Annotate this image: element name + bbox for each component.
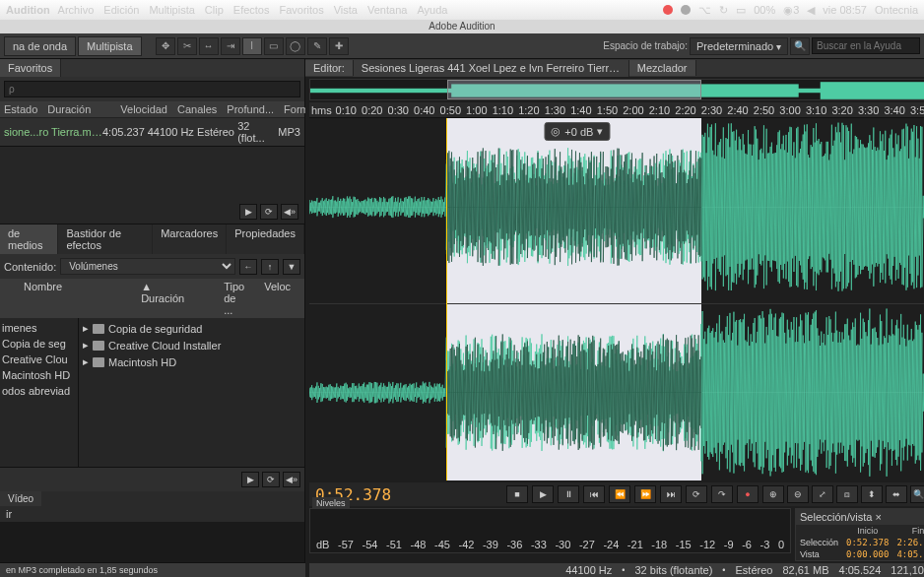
status-dot-icon [663, 5, 673, 15]
time-ruler[interactable]: hms 0:10 0:20 0:30 0:40 0:50 1:00 1:10 1… [309, 102, 924, 118]
waveform-editor[interactable]: ◎ +0 dB ▾ [309, 118, 924, 481]
selection-view-panel: Selección/vista × InicioFinDuración Sele… [795, 508, 924, 561]
content-select[interactable]: Volúmenes [60, 258, 235, 275]
eye-icon[interactable]: ◉3 [783, 4, 799, 17]
menu-favoritos[interactable]: Favoritos [279, 4, 323, 16]
tab-favoritos[interactable]: Favoritos [0, 59, 61, 77]
main-toolbar: na de onda Multipista ✥ ✂ ↔ ⇥ I ▭ ◯ ✎ ✚ … [0, 33, 924, 59]
menu-ventana[interactable]: Ventana [367, 4, 407, 16]
levels-meter: Niveles dB-57-54-51-48-45-42-39-36-33-30… [309, 508, 791, 553]
status-bar: en MP3 completado en 1,85 segundos [0, 562, 305, 577]
rewind-button[interactable]: ⏪ [609, 485, 630, 503]
left-panel: Favoritos Estado Duración Velocidad Cana… [0, 59, 305, 577]
overview-waveform[interactable] [309, 79, 924, 100]
sync-icon[interactable]: ↻ [719, 4, 728, 17]
gain-knob-icon: ◎ [551, 125, 561, 138]
media-item[interactable]: ▸ Copia de seguridad [81, 320, 302, 337]
nav-back-icon[interactable]: ← [239, 259, 257, 275]
menu-ayuda[interactable]: Ayuda [417, 4, 447, 16]
menubar-user[interactable]: Ontecnia [875, 4, 918, 16]
file-list-header: Estado Duración Velocidad Canales Profun… [0, 101, 304, 118]
files-search-input[interactable] [4, 81, 300, 97]
zoom-in-button[interactable]: 🔍+ [910, 485, 924, 503]
view-end[interactable]: 4:05.237 [892, 548, 924, 560]
tab-mixer[interactable]: Mezclador [629, 60, 696, 76]
sel-start[interactable]: 0:52.378 [842, 537, 892, 548]
tool-brush-icon[interactable]: ✎ [307, 37, 327, 55]
folder-icon [93, 357, 104, 367]
menubar-clock[interactable]: vie 08:57 [823, 4, 867, 16]
loop-button[interactable]: ⟳ [686, 485, 707, 503]
menu-edicion[interactable]: Edición [103, 4, 139, 16]
tool-heal-icon[interactable]: ✚ [329, 37, 349, 55]
menu-vista[interactable]: Vista [334, 4, 358, 16]
folder-icon [93, 324, 104, 334]
nav-up-icon[interactable]: ↑ [261, 259, 279, 275]
mini-loop-icon[interactable]: ⟳ [260, 204, 278, 220]
gain-hud[interactable]: ◎ +0 dB ▾ [544, 122, 610, 141]
zoom-out-v-icon[interactable]: ⬌ [886, 485, 907, 503]
search-icon[interactable]: 🔍 [790, 37, 810, 55]
skip-button[interactable]: ↷ [711, 485, 733, 503]
mini-autoplay-icon[interactable]: ◀» [281, 204, 298, 220]
tab-waveform[interactable]: na de onda [4, 36, 76, 56]
playhead[interactable] [446, 118, 447, 481]
menu-efectos[interactable]: Efectos [233, 4, 270, 16]
tab-markers[interactable]: Marcadores [153, 224, 227, 254]
file-row[interactable]: sione...ro Tierra.mp3 4:05.237 44100 Hz … [0, 118, 304, 146]
waveform-right-icon [309, 304, 924, 481]
menu-multipista[interactable]: Multipista [149, 4, 194, 16]
filter-icon[interactable]: ▼ [283, 259, 300, 275]
ir-label: ir [0, 506, 304, 522]
media-item[interactable]: ▸ Macintosh HD [81, 353, 302, 370]
tool-time-icon[interactable]: ⇥ [221, 37, 240, 55]
play-button[interactable]: ▶ [532, 485, 554, 503]
view-start[interactable]: 0:00.000 [842, 548, 892, 560]
tab-multitrack[interactable]: Multipista [78, 36, 141, 56]
stop-button[interactable]: ■ [506, 485, 528, 503]
svg-rect-3 [821, 82, 924, 99]
media-autoplay-icon[interactable]: ◀» [283, 472, 300, 487]
tab-properties[interactable]: Propiedades [227, 224, 304, 254]
tool-ibeam-icon[interactable]: I [242, 37, 262, 55]
media-folder-tree[interactable]: imenes Copia de seg Creative Clou Macint… [0, 318, 79, 467]
media-loop-icon[interactable]: ⟳ [262, 472, 280, 487]
end-button[interactable]: ⏭ [660, 485, 682, 503]
tool-lasso-icon[interactable]: ◯ [286, 37, 305, 55]
gain-menu-icon[interactable]: ▾ [597, 125, 603, 138]
rtz-button[interactable]: ⏮ [583, 485, 605, 503]
sel-end[interactable]: 2:26.032 [892, 537, 924, 548]
workspace-select[interactable]: Predeterminado ▾ [690, 37, 788, 55]
pause-button[interactable]: ⏸ [558, 485, 579, 503]
volume-icon[interactable]: ◀ [807, 4, 815, 17]
bluetooth-icon[interactable]: ⌥ [698, 4, 711, 17]
content-label: Contenido: [4, 261, 56, 273]
app-menu-name[interactable]: Audition [6, 4, 50, 16]
ffwd-button[interactable]: ⏩ [634, 485, 656, 503]
tool-marquee-icon[interactable]: ▭ [264, 37, 284, 55]
battery-pct: 00% [754, 4, 775, 16]
tab-media[interactable]: de medios [0, 224, 58, 254]
zoom-in-h-icon[interactable]: ⊕ [762, 485, 784, 503]
media-item[interactable]: ▸ Creative Cloud Installer [81, 337, 302, 353]
record-button[interactable]: ● [737, 485, 759, 503]
tool-move-icon[interactable]: ✥ [156, 37, 175, 55]
tab-effects-rack[interactable]: Bastidor de efectos [58, 224, 153, 254]
help-search-input[interactable] [812, 37, 920, 54]
editor-panel: Editor: Sesiones Ligeras 441 Xoel Lpez e… [305, 59, 924, 577]
tool-razor-icon[interactable]: ✂ [177, 37, 197, 55]
mini-play-icon[interactable]: ▶ [239, 204, 257, 220]
mac-menubar: Audition Archivo Edición Multipista Clip… [0, 0, 924, 20]
zoom-out-h-icon[interactable]: ⊖ [787, 485, 809, 503]
media-play-icon[interactable]: ▶ [241, 472, 259, 487]
menu-clip[interactable]: Clip [205, 4, 224, 16]
zoom-full-icon[interactable]: ⤢ [812, 485, 833, 503]
tab-video[interactable]: Vídeo [0, 491, 41, 506]
zoom-in-v-icon[interactable]: ⬍ [861, 485, 883, 503]
editor-file-tab[interactable]: Sesiones Ligeras 441 Xoel Lpez e Ivn Fer… [354, 60, 629, 77]
zoom-sel-icon[interactable]: ⧈ [836, 485, 858, 503]
tool-slip-icon[interactable]: ↔ [199, 37, 219, 55]
menu-archivo[interactable]: Archivo [58, 4, 95, 16]
display-icon[interactable]: ▭ [736, 4, 746, 17]
folder-icon [93, 341, 104, 351]
